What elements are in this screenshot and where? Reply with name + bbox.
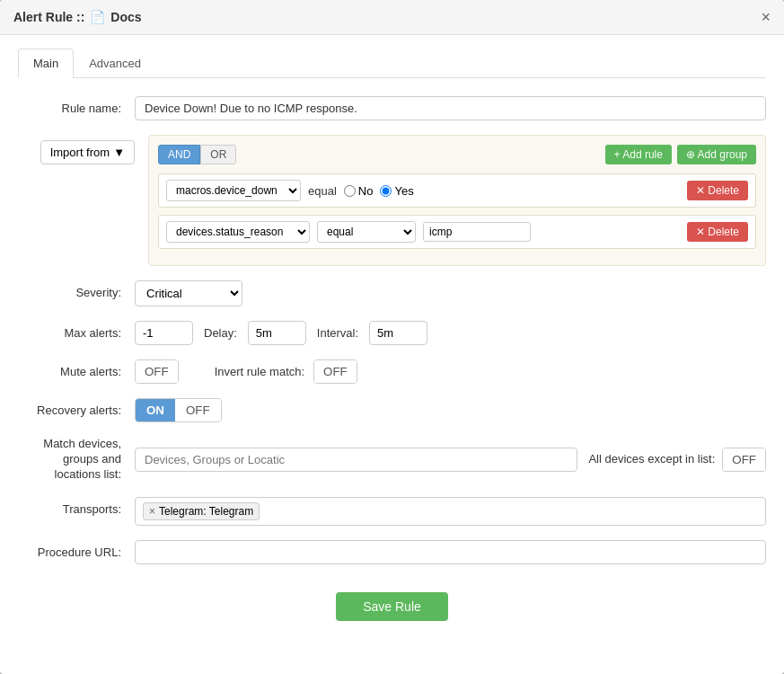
rule-name-input[interactable] (135, 96, 766, 120)
recovery-off-button[interactable]: OFF (175, 399, 221, 421)
max-alerts-row: Max alerts: Delay: Interval: (18, 321, 766, 345)
save-section: Save Rule (18, 579, 766, 639)
operator-select-2[interactable]: equal not equal contains (317, 221, 416, 243)
all-devices-label: All devices except in list: (588, 452, 715, 467)
radio-no-label[interactable]: No (344, 184, 374, 198)
tab-main[interactable]: Main (18, 49, 74, 78)
recovery-alerts-label: Recovery alerts: (18, 398, 135, 417)
recovery-on-button[interactable]: ON (136, 399, 175, 421)
operator-text-1: equal (308, 184, 337, 198)
condition-row-1: macros.device_down equal No Yes ✕ Del (158, 173, 756, 208)
invert-toggle: OFF (313, 359, 357, 384)
macro-select-1[interactable]: macros.device_down (166, 180, 301, 201)
all-devices-off-button[interactable]: OFF (723, 448, 765, 471)
condition-value-2[interactable] (423, 222, 531, 242)
add-rule-button[interactable]: + Add rule (605, 145, 672, 164)
match-devices-row: Match devices, groups and locations list… (18, 437, 766, 483)
close-button[interactable]: × (761, 9, 771, 25)
mute-toggle: OFF (135, 359, 179, 384)
import-from-button[interactable]: Import from ▼ (40, 140, 135, 164)
transports-row: Transports: × Telegram: Telegram (18, 497, 766, 526)
tabs: Main Advanced (18, 49, 766, 78)
mute-alerts-label: Mute alerts: (18, 359, 135, 378)
mute-row: Mute alerts: OFF Invert rule match: OFF (18, 359, 766, 384)
add-group-button[interactable]: ⊕ Add group (677, 145, 756, 164)
invert-rule-label: Invert rule match: (215, 365, 304, 378)
radio-yes-text: Yes (394, 184, 413, 198)
import-from-chevron-icon: ▼ (113, 146, 125, 159)
max-alerts-input[interactable] (135, 321, 193, 345)
radio-group-1: No Yes (344, 184, 414, 198)
radio-yes-input[interactable] (380, 185, 392, 197)
title-text: Alert Rule :: (13, 10, 84, 24)
delete-button-2[interactable]: ✕ Delete (687, 222, 748, 242)
rule-name-row: Rule name: (18, 96, 766, 120)
invert-toggle-button[interactable]: OFF (314, 360, 357, 383)
modal-header: Alert Rule :: 📄 Docs × (0, 0, 784, 35)
procedure-url-input[interactable] (135, 540, 766, 564)
condition-row: Import from ▼ AND OR + Add rule ⊕ Add gr… (18, 135, 766, 266)
transport-tag: × Telegram: Telegram (143, 502, 260, 520)
invert-group: Invert rule match: OFF (215, 359, 357, 384)
procedure-url-row: Procedure URL: (18, 540, 766, 564)
all-devices-group: All devices except in list: OFF (588, 448, 766, 472)
delay-input[interactable] (248, 321, 306, 345)
condition-actions: + Add rule ⊕ Add group (605, 145, 756, 164)
tab-advanced[interactable]: Advanced (74, 49, 156, 77)
import-from-label: Import from (50, 146, 110, 159)
devices-row: All devices except in list: OFF (135, 448, 766, 472)
recovery-toggle: ON OFF (135, 398, 222, 422)
devices-input[interactable] (135, 448, 577, 472)
interval-label: Interval: (317, 326, 358, 340)
severity-select[interactable]: Critical High Medium Low Info (135, 280, 242, 306)
mute-invert-group: OFF Invert rule match: OFF (135, 359, 357, 384)
transports-input[interactable]: × Telegram: Telegram (135, 497, 766, 526)
procedure-url-label: Procedure URL: (18, 540, 135, 559)
inline-fields: Delay: Interval: (135, 321, 427, 345)
btn-or[interactable]: OR (200, 145, 236, 164)
modal-title: Alert Rule :: 📄 Docs (13, 10, 142, 24)
match-devices-label: Match devices, groups and locations list… (18, 437, 135, 483)
recovery-row: Recovery alerts: ON OFF (18, 398, 766, 422)
transport-tag-text: Telegram: Telegram (159, 505, 253, 518)
modal-body: Main Advanced Rule name: Import from ▼ A… (0, 35, 784, 674)
macro-select-2[interactable]: devices.status_reason (166, 221, 310, 243)
radio-no-input[interactable] (344, 185, 356, 197)
btn-and[interactable]: AND (158, 145, 200, 164)
transports-label: Transports: (18, 497, 135, 516)
mute-toggle-button[interactable]: OFF (136, 360, 178, 383)
alert-rule-modal: Alert Rule :: 📄 Docs × Main Advanced Rul… (0, 0, 784, 674)
docs-label[interactable]: Docs (110, 10, 141, 24)
radio-yes-label[interactable]: Yes (380, 184, 413, 198)
severity-label: Severity: (18, 280, 135, 299)
severity-row: Severity: Critical High Medium Low Info (18, 280, 766, 306)
delay-label: Delay: (204, 326, 237, 340)
transport-remove-button[interactable]: × (149, 505, 155, 518)
condition-builder: AND OR + Add rule ⊕ Add group macros.dev… (148, 135, 766, 266)
rule-name-label: Rule name: (18, 96, 135, 115)
radio-no-text: No (358, 184, 374, 198)
save-rule-button[interactable]: Save Rule (336, 592, 448, 621)
max-alerts-label: Max alerts: (18, 321, 135, 340)
docs-icon: 📄 (90, 10, 105, 24)
interval-input[interactable] (369, 321, 427, 345)
all-devices-toggle: OFF (722, 448, 766, 472)
and-or-group: AND OR (158, 145, 236, 164)
delete-button-1[interactable]: ✕ Delete (687, 181, 748, 200)
condition-row-2: devices.status_reason equal not equal co… (158, 215, 756, 249)
condition-header: AND OR + Add rule ⊕ Add group (158, 145, 756, 164)
